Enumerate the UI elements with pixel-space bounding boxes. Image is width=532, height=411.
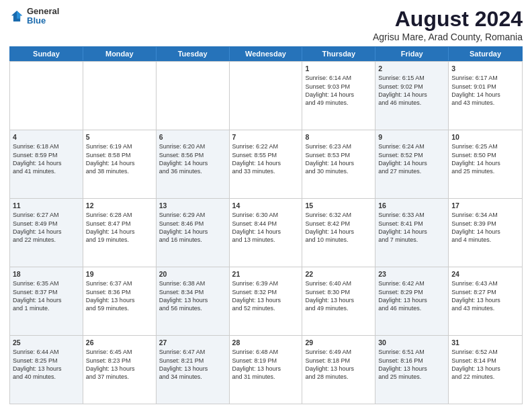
cell-text: Sunrise: 6:49 AMSunset: 8:18 PMDaylight:… <box>305 349 354 380</box>
calendar-cell: 7Sunrise: 6:22 AMSunset: 8:55 PMDaylight… <box>230 130 303 198</box>
cell-text: Sunrise: 6:14 AMSunset: 9:03 PMDaylight:… <box>305 75 354 106</box>
calendar-cell: 3Sunrise: 6:17 AMSunset: 9:01 PMDaylight… <box>449 62 522 130</box>
calendar-cell: 6Sunrise: 6:20 AMSunset: 8:56 PMDaylight… <box>157 130 230 198</box>
calendar-cell <box>230 62 303 130</box>
cell-text: Sunrise: 6:42 AMSunset: 8:29 PMDaylight:… <box>378 280 427 312</box>
calendar-cell <box>157 62 230 130</box>
calendar-header-cell: Friday <box>375 47 449 60</box>
cell-text: Sunrise: 6:33 AMSunset: 8:41 PMDaylight:… <box>378 212 427 243</box>
calendar-cell: 25Sunrise: 6:44 AMSunset: 8:25 PMDayligh… <box>10 336 83 404</box>
cell-date: 3 <box>451 64 519 73</box>
calendar-header-cell: Wednesday <box>230 47 303 60</box>
calendar-cell: 12Sunrise: 6:28 AMSunset: 8:47 PMDayligh… <box>83 199 157 267</box>
calendar-cell: 23Sunrise: 6:42 AMSunset: 8:29 PMDayligh… <box>375 267 449 335</box>
cell-text: Sunrise: 6:29 AMSunset: 8:46 PMDaylight:… <box>159 212 208 243</box>
cell-text: Sunrise: 6:34 AMSunset: 8:39 PMDaylight:… <box>451 212 500 243</box>
cell-date: 1 <box>305 64 372 73</box>
calendar-header-cell: Thursday <box>302 47 375 60</box>
cell-date: 20 <box>159 269 226 279</box>
calendar-cell: 31Sunrise: 6:52 AMSunset: 8:14 PMDayligh… <box>449 336 522 404</box>
cell-date: 13 <box>159 201 226 210</box>
calendar-cell: 20Sunrise: 6:38 AMSunset: 8:34 PMDayligh… <box>157 267 230 335</box>
cell-text: Sunrise: 6:45 AMSunset: 8:23 PMDaylight:… <box>86 349 135 380</box>
calendar-cell <box>83 62 157 130</box>
cell-date: 24 <box>451 269 519 279</box>
calendar-row: 18Sunrise: 6:35 AMSunset: 8:37 PMDayligh… <box>10 267 522 335</box>
calendar-cell: 2Sunrise: 6:15 AMSunset: 9:02 PMDaylight… <box>375 62 449 130</box>
calendar: SundayMondayTuesdayWednesdayThursdayFrid… <box>9 46 523 404</box>
cell-text: Sunrise: 6:37 AMSunset: 8:36 PMDaylight:… <box>86 280 135 312</box>
calendar-header-cell: Sunday <box>10 47 83 60</box>
cell-date: 17 <box>451 201 519 210</box>
calendar-cell: 10Sunrise: 6:25 AMSunset: 8:50 PMDayligh… <box>449 130 522 198</box>
calendar-cell: 17Sunrise: 6:34 AMSunset: 8:39 PMDayligh… <box>449 199 522 267</box>
calendar-cell: 8Sunrise: 6:23 AMSunset: 8:53 PMDaylight… <box>302 130 375 198</box>
calendar-cell: 5Sunrise: 6:19 AMSunset: 8:58 PMDaylight… <box>83 130 157 198</box>
logo: General Blue <box>9 7 59 26</box>
cell-text: Sunrise: 6:27 AMSunset: 8:49 PMDaylight:… <box>13 212 62 243</box>
calendar-row: 1Sunrise: 6:14 AMSunset: 9:03 PMDaylight… <box>10 61 522 130</box>
calendar-cell: 24Sunrise: 6:43 AMSunset: 8:27 PMDayligh… <box>449 267 522 335</box>
calendar-cell: 28Sunrise: 6:48 AMSunset: 8:19 PMDayligh… <box>230 336 303 404</box>
logo-general: General <box>27 7 59 16</box>
calendar-cell <box>10 62 83 130</box>
calendar-cell: 26Sunrise: 6:45 AMSunset: 8:23 PMDayligh… <box>83 336 157 404</box>
cell-date: 18 <box>13 269 80 279</box>
page: General Blue August 2024 Agrisu Mare, Ar… <box>0 0 532 411</box>
cell-date: 21 <box>232 269 300 279</box>
cell-date: 23 <box>378 269 445 279</box>
cell-date: 14 <box>232 201 300 210</box>
cell-text: Sunrise: 6:15 AMSunset: 9:02 PMDaylight:… <box>378 75 427 106</box>
cell-text: Sunrise: 6:38 AMSunset: 8:34 PMDaylight:… <box>159 280 208 312</box>
cell-date: 10 <box>451 132 519 142</box>
calendar-header-row: SundayMondayTuesdayWednesdayThursdayFrid… <box>9 46 523 61</box>
cell-date: 8 <box>305 132 372 142</box>
cell-date: 6 <box>159 132 226 142</box>
calendar-cell: 9Sunrise: 6:24 AMSunset: 8:52 PMDaylight… <box>375 130 449 198</box>
cell-date: 4 <box>13 132 80 142</box>
cell-text: Sunrise: 6:47 AMSunset: 8:21 PMDaylight:… <box>159 349 208 380</box>
svg-marker-1 <box>17 11 22 19</box>
cell-text: Sunrise: 6:18 AMSunset: 8:59 PMDaylight:… <box>13 143 62 175</box>
cell-text: Sunrise: 6:51 AMSunset: 8:16 PMDaylight:… <box>378 349 427 380</box>
calendar-cell: 15Sunrise: 6:32 AMSunset: 8:42 PMDayligh… <box>302 199 375 267</box>
cell-date: 11 <box>13 201 80 210</box>
cell-text: Sunrise: 6:35 AMSunset: 8:37 PMDaylight:… <box>13 280 62 312</box>
cell-text: Sunrise: 6:43 AMSunset: 8:27 PMDaylight:… <box>451 280 500 312</box>
cell-date: 28 <box>232 338 300 347</box>
logo-blue: Blue <box>27 16 59 26</box>
calendar-cell: 19Sunrise: 6:37 AMSunset: 8:36 PMDayligh… <box>83 267 157 335</box>
cell-date: 9 <box>378 132 445 142</box>
calendar-row: 11Sunrise: 6:27 AMSunset: 8:49 PMDayligh… <box>10 198 522 267</box>
calendar-body: 1Sunrise: 6:14 AMSunset: 9:03 PMDaylight… <box>9 61 523 404</box>
subtitle: Agrisu Mare, Arad County, Romania <box>373 32 523 42</box>
calendar-cell: 27Sunrise: 6:47 AMSunset: 8:21 PMDayligh… <box>157 336 230 404</box>
logo-text: General Blue <box>27 7 59 26</box>
calendar-cell: 21Sunrise: 6:39 AMSunset: 8:32 PMDayligh… <box>230 267 303 335</box>
calendar-cell: 13Sunrise: 6:29 AMSunset: 8:46 PMDayligh… <box>157 199 230 267</box>
cell-date: 22 <box>305 269 372 279</box>
cell-text: Sunrise: 6:48 AMSunset: 8:19 PMDaylight:… <box>232 349 281 380</box>
cell-text: Sunrise: 6:22 AMSunset: 8:55 PMDaylight:… <box>232 143 281 175</box>
cell-date: 7 <box>232 132 300 142</box>
cell-text: Sunrise: 6:19 AMSunset: 8:58 PMDaylight:… <box>86 143 135 175</box>
cell-date: 15 <box>305 201 372 210</box>
cell-text: Sunrise: 6:17 AMSunset: 9:01 PMDaylight:… <box>451 75 500 106</box>
logo-icon <box>9 9 24 24</box>
cell-date: 5 <box>86 132 153 142</box>
cell-text: Sunrise: 6:25 AMSunset: 8:50 PMDaylight:… <box>451 143 500 175</box>
cell-date: 19 <box>86 269 153 279</box>
cell-text: Sunrise: 6:40 AMSunset: 8:30 PMDaylight:… <box>305 280 354 312</box>
cell-date: 25 <box>13 338 80 347</box>
calendar-cell: 11Sunrise: 6:27 AMSunset: 8:49 PMDayligh… <box>10 199 83 267</box>
cell-text: Sunrise: 6:20 AMSunset: 8:56 PMDaylight:… <box>159 143 208 175</box>
calendar-cell: 4Sunrise: 6:18 AMSunset: 8:59 PMDaylight… <box>10 130 83 198</box>
calendar-cell: 14Sunrise: 6:30 AMSunset: 8:44 PMDayligh… <box>230 199 303 267</box>
cell-text: Sunrise: 6:28 AMSunset: 8:47 PMDaylight:… <box>86 212 135 243</box>
calendar-cell: 22Sunrise: 6:40 AMSunset: 8:30 PMDayligh… <box>302 267 375 335</box>
cell-date: 31 <box>451 338 519 347</box>
calendar-header-cell: Tuesday <box>157 47 230 60</box>
cell-date: 29 <box>305 338 372 347</box>
cell-date: 2 <box>378 64 445 73</box>
cell-text: Sunrise: 6:39 AMSunset: 8:32 PMDaylight:… <box>232 280 281 312</box>
